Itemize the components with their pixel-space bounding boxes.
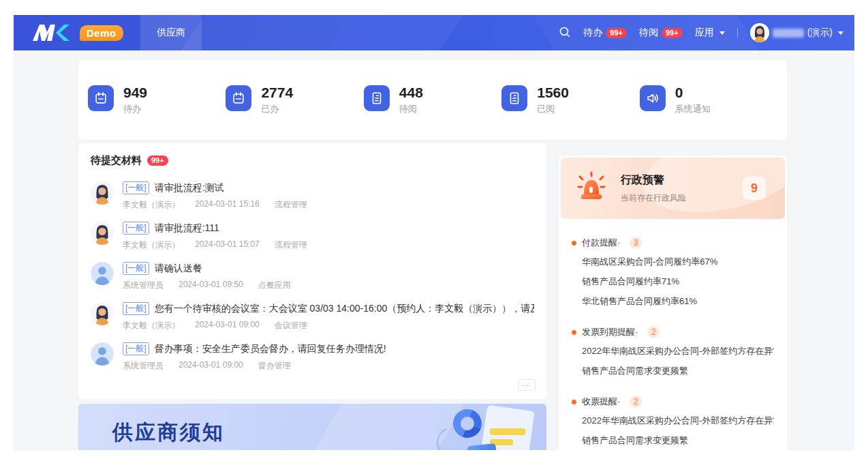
search-icon[interactable]	[559, 26, 571, 40]
item-app: 会议管理	[275, 320, 307, 331]
nav-todo[interactable]: 待办 99+	[583, 27, 627, 39]
priority-badge: [一般]	[123, 262, 149, 275]
alert-item[interactable]: 销售产品合同需求变更频繁	[572, 430, 774, 450]
female-avatar	[91, 302, 114, 325]
demo-badge: Demo	[80, 25, 123, 41]
nav-toread[interactable]: 待阅 99+	[639, 27, 683, 39]
item-time: 2024-03-01 09:00	[195, 320, 260, 331]
priority-badge: [一般]	[123, 342, 149, 355]
main-content: 949 待办 2774 已办	[14, 50, 854, 450]
stats-card: 949 待办 2774 已办	[78, 60, 787, 140]
priority-badge: [一般]	[123, 302, 149, 315]
item-app: 流程管理	[275, 239, 307, 251]
top-navbar: Demo 供应商 待办 99+ 待阅 99+ 应用	[14, 15, 854, 50]
item-author: 李文毅（演示）	[123, 239, 180, 251]
supplier-notice-banner[interactable]: 供应商须知	[78, 404, 546, 450]
app-logo[interactable]: Demo	[31, 24, 123, 42]
stat-value: 0	[675, 85, 711, 100]
list-item[interactable]: [一般] 请确认送餐 系统管理员 2024-03-01 09:50 点餐应用	[91, 257, 534, 297]
nav-divider	[737, 28, 738, 38]
item-title: 您有一个待审核的会议室：大会议室 03/03 14:00-16:00（预约人：李…	[155, 303, 534, 315]
speaker-icon	[640, 85, 666, 111]
nav-toread-badge: 99+	[662, 28, 683, 38]
item-author: 系统管理员	[123, 280, 164, 291]
priority-badge: [一般]	[123, 222, 149, 235]
clipboard-icon	[226, 85, 251, 111]
alert-item[interactable]: 华南战区采购合同-合同履约率67%	[572, 252, 774, 271]
stat-read[interactable]: 1560 已阅	[501, 85, 639, 115]
section-label: 付款提醒·	[582, 237, 620, 249]
item-title: 督办事项：安全生产委员会督办，请回复任务办理情况!	[155, 343, 386, 355]
item-author: 李文毅（演示）	[123, 320, 180, 331]
stat-value: 2774	[261, 85, 293, 100]
pending-materials-header: 待提交材料 99+	[91, 154, 534, 167]
item-title: 请确认送餐	[155, 263, 202, 275]
stat-value: 949	[123, 85, 147, 100]
nav-todo-badge: 99+	[606, 28, 627, 38]
item-time: 2024-03-01 15:16	[195, 199, 260, 211]
nav-apps-dropdown[interactable]: 应用	[695, 27, 725, 39]
priority-badge: [一般]	[123, 181, 149, 194]
list-item[interactable]: [一般] 督办事项：安全生产委员会督办，请回复任务办理情况! 系统管理员 202…	[91, 338, 534, 378]
chevron-down-icon	[719, 31, 725, 35]
siren-icon	[573, 168, 610, 208]
nav-tab-supplier[interactable]: 供应商	[140, 15, 202, 50]
more-button[interactable]: ···	[518, 379, 536, 391]
item-app: 流程管理	[275, 199, 307, 211]
clipboard-icon	[88, 85, 114, 111]
list-item[interactable]: [一般] 请审批流程:测试 李文毅（演示） 2024-03-01 15:16 流…	[91, 177, 534, 217]
item-time: 2024-03-01 09:50	[179, 280, 243, 291]
nav-todo-label: 待办	[583, 27, 602, 39]
generic-avatar	[91, 342, 114, 366]
stat-toread[interactable]: 448 待阅	[364, 85, 501, 115]
item-app: 点餐应用	[258, 280, 291, 291]
alert-item[interactable]: 销售产品合同履约率71%	[572, 271, 774, 291]
bullet-dot-icon	[572, 330, 576, 335]
item-time: 2024-03-01 09:00	[179, 360, 243, 372]
alert-item[interactable]: 2022年华南战区采购办公合同-外部签约方存在异常	[572, 411, 774, 430]
alert-sections: 付款提醒· 3 华南战区采购合同-合同履约率67% 销售产品合同履约率71% 华…	[561, 219, 785, 450]
document-icon	[364, 85, 390, 111]
alert-item[interactable]: 销售产品合同需求变更频繁	[572, 361, 774, 381]
mk-logo-icon	[31, 24, 75, 42]
alert-section-invoice-due: 发票到期提醒· 2 2022年华南战区采购办公合同-外部签约方存在异常 销售产品…	[572, 326, 774, 381]
item-title: 请审批流程:111	[155, 222, 219, 235]
alert-subtitle: 当前存在行政风险	[621, 192, 686, 204]
app-window: Demo 供应商 待办 99+ 待阅 99+ 应用	[0, 0, 868, 461]
stat-value: 1560	[537, 85, 569, 100]
stat-label: 待阅	[399, 103, 423, 115]
user-menu[interactable]: (演示)	[750, 23, 843, 42]
alert-item[interactable]: 华北销售产品合同履约率61%	[572, 291, 774, 311]
stat-value: 448	[399, 85, 423, 100]
alert-count-badge: 9	[743, 177, 766, 200]
list-item[interactable]: [一般] 请审批流程:111 李文毅（演示） 2024-03-01 15:07 …	[91, 217, 534, 257]
alert-item[interactable]: 2022年华南战区采购办公合同-外部签约方存在异常	[572, 341, 774, 361]
stat-label: 系统通知	[675, 103, 711, 115]
stat-todo[interactable]: 949 待办	[88, 85, 226, 115]
section-count-badge: 2	[647, 326, 660, 338]
admin-alert-panel: 行政预警 当前存在行政风险 9 付款提醒· 3 华南战区采购合同-合同履约率67…	[559, 155, 787, 450]
alert-header[interactable]: 行政预警 当前存在行政风险 9	[561, 158, 785, 219]
nav-toread-label: 待阅	[639, 27, 658, 39]
female-avatar	[91, 222, 114, 245]
stat-done[interactable]: 2774 已办	[226, 85, 363, 115]
stat-label: 已办	[261, 103, 293, 115]
card-count-badge: 99+	[147, 155, 168, 166]
item-author: 李文毅（演示）	[123, 199, 180, 211]
section-label: 发票到期提醒·	[582, 326, 638, 338]
item-time: 2024-03-01 15:07	[195, 239, 260, 251]
item-app: 督办管理	[258, 360, 291, 372]
stat-system-notice[interactable]: 0 系统通知	[640, 85, 777, 115]
user-name-suffix: (演示)	[807, 27, 833, 39]
chevron-down-icon	[838, 31, 843, 35]
navbar-right-actions: 待办 99+ 待阅 99+ 应用	[559, 15, 843, 50]
list-item[interactable]: [一般] 您有一个待审核的会议室：大会议室 03/03 14:00-16:00（…	[91, 297, 534, 338]
todo-list: [一般] 请审批流程:测试 李文毅（演示） 2024-03-01 15:16 流…	[91, 177, 534, 378]
stat-label: 已阅	[537, 103, 569, 115]
card-title: 待提交材料	[91, 154, 142, 167]
alert-section-receipt: 收票提醒· 2 2022年华南战区采购办公合同-外部签约方存在异常 销售产品合同…	[572, 396, 774, 450]
navbar-decoration	[162, 15, 478, 50]
stat-label: 待办	[123, 103, 147, 115]
item-author: 系统管理员	[123, 360, 164, 372]
banner-title: 供应商须知	[112, 419, 225, 447]
